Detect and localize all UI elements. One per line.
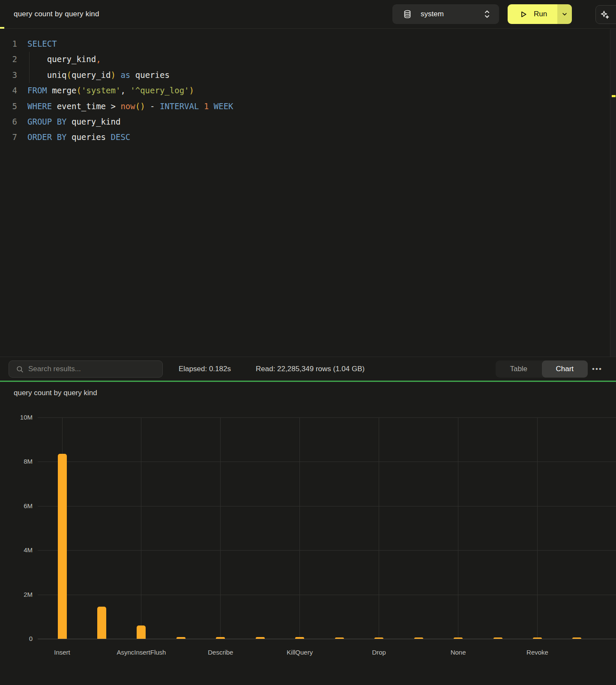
database-selector[interactable]: system	[392, 4, 499, 24]
v-gridline	[537, 417, 538, 639]
h-gridline	[38, 417, 616, 418]
x-axis-line	[38, 639, 616, 639]
code-line-7: 7ORDER BY queries DESC	[0, 129, 616, 145]
search-results-input[interactable]	[24, 361, 162, 377]
x-tick-label-Insert: Insert	[28, 649, 96, 656]
code-text: GROUP BY query_kind	[17, 114, 120, 129]
search-icon	[9, 365, 24, 373]
x-tick-label-AsyncInsertFlush: AsyncInsertFlush	[107, 649, 176, 656]
h-gridline	[38, 595, 616, 595]
y-tick-label: 0	[5, 635, 33, 642]
more-options-button[interactable]: •••	[589, 360, 605, 378]
bar-Insert[interactable]	[58, 454, 67, 639]
sql-editor[interactable]: 1SELECT2 query_kind,3 uniq(query_id) as …	[0, 29, 616, 357]
run-options-button[interactable]	[557, 4, 572, 24]
code-line-2: 2 query_kind,	[0, 51, 616, 67]
play-icon	[519, 10, 528, 19]
bar-Revoke[interactable]	[533, 637, 542, 639]
h-gridline	[38, 550, 616, 551]
code-line-4: 4FROM merge('system', '^query_log')	[0, 83, 616, 98]
run-button-group: Run	[508, 4, 572, 24]
cursor-position-marker	[612, 95, 616, 97]
code-lines: 1SELECT2 query_kind,3 uniq(query_id) as …	[0, 29, 616, 145]
bar-chart: 10M8M6M4M2M0InsertAsyncInsertFlushDescri…	[38, 417, 616, 639]
y-tick-label: 4M	[5, 546, 33, 554]
bar-KillQuery[interactable]	[295, 637, 304, 639]
database-icon	[403, 9, 412, 19]
bar-unlabeled-8[interactable]	[335, 637, 344, 639]
line-number: 3	[0, 67, 17, 83]
code-text: uniq(query_id) as queries	[17, 67, 170, 83]
bar-Drop[interactable]	[374, 637, 383, 639]
bar-None[interactable]	[454, 637, 463, 639]
y-tick-label: 2M	[5, 591, 33, 598]
code-text: WHERE event_time > now() - INTERVAL 1 WE…	[17, 98, 233, 114]
header-bar: query count by query kind system	[0, 0, 616, 29]
x-tick-label-KillQuery: KillQuery	[266, 649, 334, 656]
code-text: query_kind,	[17, 51, 101, 67]
v-gridline	[299, 417, 300, 639]
code-text: FROM merge('system', '^query_log')	[17, 83, 194, 98]
code-line-1: 1SELECT	[0, 36, 616, 51]
bar-unlabeled-4[interactable]	[176, 637, 185, 639]
code-line-3: 3 uniq(query_id) as queries	[0, 67, 616, 83]
bar-unlabeled-2[interactable]	[97, 607, 106, 639]
line-number: 5	[0, 98, 17, 114]
y-tick-label: 6M	[5, 502, 33, 509]
line-number: 6	[0, 114, 17, 129]
indent-guide	[29, 52, 30, 83]
y-tick-label: 10M	[5, 414, 33, 421]
bar-unlabeled-10[interactable]	[414, 637, 423, 639]
code-text: ORDER BY queries DESC	[17, 129, 130, 145]
v-gridline	[458, 417, 458, 639]
line-number: 4	[0, 83, 17, 98]
query-tab-title: query count by query kind	[14, 0, 99, 28]
sparkle-icon	[600, 9, 610, 20]
select-chevrons-icon	[484, 9, 490, 20]
bar-Describe[interactable]	[216, 637, 225, 639]
run-button-label: Run	[534, 10, 547, 18]
results-toolbar: Elapsed: 0.182s Read: 22,285,349 rows (1…	[0, 357, 616, 381]
tab-chart[interactable]: Chart	[542, 360, 588, 378]
chart-title: query count by query kind	[14, 389, 97, 397]
bar-unlabeled-12[interactable]	[493, 637, 502, 639]
v-gridline	[379, 417, 379, 639]
tab-table[interactable]: Table	[496, 360, 542, 378]
x-tick-label-Describe: Describe	[186, 649, 255, 656]
run-button[interactable]: Run	[508, 4, 557, 24]
ai-assist-button[interactable]	[595, 5, 616, 24]
x-tick-label-Drop: Drop	[345, 649, 413, 656]
bar-AsyncInsertFlush[interactable]	[137, 625, 146, 639]
sql-console: query count by query kind system	[0, 0, 616, 685]
code-text: SELECT	[17, 36, 57, 51]
read-stat: Read: 22,285,349 rows (1.04 GB)	[256, 357, 365, 381]
line-number: 1	[0, 36, 17, 51]
x-tick-label-Revoke: Revoke	[503, 649, 572, 656]
database-selector-value: system	[421, 10, 444, 18]
view-toggle: Table Chart	[496, 360, 588, 378]
v-gridline	[141, 417, 141, 639]
code-line-6: 6GROUP BY query_kind	[0, 114, 616, 129]
elapsed-stat: Elapsed: 0.182s	[179, 357, 231, 381]
h-gridline	[38, 506, 616, 506]
line-number: 2	[0, 51, 17, 67]
editor-overview-ruler[interactable]	[610, 29, 616, 357]
v-gridline	[220, 417, 221, 639]
h-gridline	[38, 462, 616, 462]
line-number: 7	[0, 129, 17, 145]
search-box	[9, 360, 163, 378]
active-tab-marker	[0, 27, 4, 29]
chevron-down-icon	[562, 11, 568, 17]
y-tick-label: 8M	[5, 458, 33, 465]
bar-unlabeled-6[interactable]	[256, 637, 265, 639]
bar-unlabeled-14[interactable]	[572, 637, 581, 639]
code-line-5: 5WHERE event_time > now() - INTERVAL 1 W…	[0, 98, 616, 114]
x-tick-label-None: None	[424, 649, 493, 656]
